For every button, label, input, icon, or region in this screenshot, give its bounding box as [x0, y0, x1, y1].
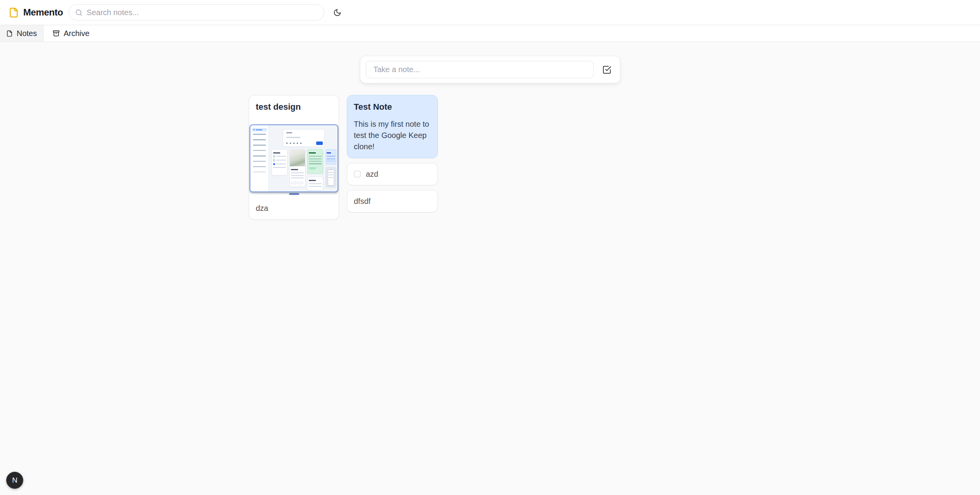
notes-column-2: Test Note This is my first note to test … [347, 95, 438, 212]
take-a-note-input[interactable] [366, 61, 594, 78]
thumbnail-green-card [307, 149, 323, 174]
note-card-test-design[interactable]: test design [249, 95, 339, 220]
profile-avatar[interactable]: N [6, 472, 23, 489]
note-title: Test Note [354, 102, 431, 112]
checklist-item-label: azd [366, 169, 378, 179]
sticky-note-icon [9, 7, 19, 18]
theme-toggle-button[interactable] [330, 5, 345, 20]
search-bar[interactable] [69, 4, 324, 21]
tab-notes-label: Notes [17, 29, 37, 38]
search-icon [75, 9, 83, 16]
new-checklist-button[interactable] [598, 61, 615, 78]
note-card-test-note[interactable]: Test Note This is my first note to test … [347, 95, 438, 158]
tab-notes[interactable]: Notes [0, 25, 43, 41]
thumbnail-sidebar [250, 125, 269, 191]
note-title: test design [249, 102, 339, 112]
archive-icon [53, 30, 60, 37]
thumbnail-phone-panel [326, 167, 336, 188]
note-body: This is my first note to test the Google… [354, 119, 431, 152]
file-icon [6, 30, 13, 37]
check-square-icon [602, 65, 611, 74]
checklist-checkbox[interactable] [354, 171, 361, 178]
main-content: test design [0, 42, 980, 220]
note-body: dza [249, 204, 339, 213]
note-body: dfsdf [354, 197, 431, 206]
note-composer[interactable] [360, 56, 620, 83]
thumbnail-checklist-card [272, 149, 288, 176]
tab-bar: Notes Archive [0, 25, 980, 42]
thumbnail-blue-card [326, 149, 336, 164]
note-card-dfsdf[interactable]: dfsdf [347, 190, 438, 212]
thumbnail-composer [283, 129, 325, 147]
thumbnail-white-card [307, 177, 323, 190]
tab-archive-label: Archive [64, 29, 90, 38]
avatar-initial: N [12, 476, 17, 485]
app-header: Memento [0, 0, 980, 25]
note-card-azd[interactable]: azd [347, 163, 438, 185]
image-scrollbar-thumb [289, 193, 299, 195]
thumbnail-photo-card [289, 149, 305, 187]
tab-archive[interactable]: Archive [43, 25, 99, 41]
note-image [250, 124, 338, 192]
search-input[interactable] [87, 8, 318, 17]
notes-column-1: test design [249, 95, 339, 220]
notes-grid: test design [249, 95, 731, 220]
brand: Memento [9, 7, 63, 18]
moon-icon [333, 9, 341, 17]
app-title: Memento [23, 7, 63, 18]
